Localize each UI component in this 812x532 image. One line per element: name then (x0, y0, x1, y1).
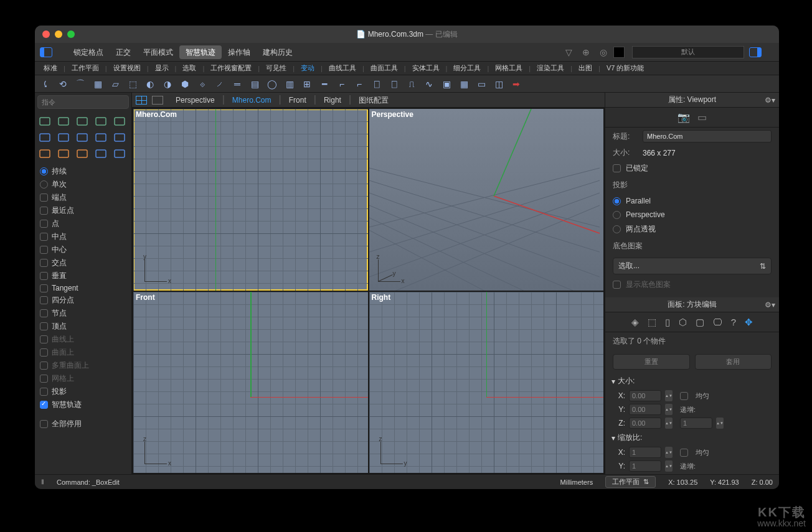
stepper-icon[interactable]: ▲▼ (665, 404, 673, 415)
tab-15[interactable]: V7 的新功能 (600, 62, 651, 75)
snap-item[interactable]: 投影 (35, 385, 131, 398)
viewport-title-input[interactable] (643, 130, 772, 142)
toolbar-btn-16[interactable]: ━ (318, 77, 331, 91)
menu-正交[interactable]: 正交 (110, 45, 137, 59)
close-icon[interactable] (42, 30, 50, 38)
toolbar-btn-13[interactable]: ◯ (265, 77, 279, 91)
move-icon[interactable]: ✥ (745, 317, 753, 328)
menu-建构历史[interactable]: 建构历史 (257, 45, 299, 59)
tab-3[interactable]: 显示 (149, 62, 175, 75)
tab-2[interactable]: 设置视图 (107, 62, 147, 75)
toolbar-btn-8[interactable]: ⬢ (178, 77, 192, 91)
viewport-right[interactable]: Right z y (369, 292, 604, 474)
obj-tool-14[interactable] (111, 146, 128, 161)
monitor-icon[interactable]: 🖵 (713, 317, 722, 327)
vptab-Mhero.Com[interactable]: Mhero.Com (225, 96, 279, 105)
vptab-Perspective[interactable]: Perspective (168, 96, 222, 105)
scale-section[interactable]: ▾ 缩放比: (605, 430, 779, 446)
obj-tool-10[interactable] (36, 146, 54, 161)
obj-tool-12[interactable] (73, 146, 91, 161)
filter-icon[interactable]: ▽ (562, 47, 576, 57)
vptab-Right[interactable]: Right (316, 96, 349, 105)
tab-11[interactable]: 细分工具 (447, 62, 487, 75)
projection-option[interactable]: 两点透视 (605, 222, 779, 237)
cplane-dropdown[interactable]: 工作平面 ⇅ (605, 476, 656, 488)
toolbar-btn-11[interactable]: ═ (230, 77, 244, 91)
toolbar-btn-6[interactable]: ◐ (143, 77, 157, 91)
toolbar-btn-10[interactable]: ⟋ (213, 77, 227, 91)
obj-tool-2[interactable] (73, 114, 91, 129)
tab-6[interactable]: 可见性 (260, 62, 293, 75)
stepper-icon[interactable]: ▲▼ (665, 460, 673, 472)
viewport-front[interactable]: Front z x (133, 292, 368, 474)
snap-item[interactable]: 点 (35, 217, 131, 230)
toolbar-btn-20[interactable]: ⎕ (387, 77, 401, 91)
command-input[interactable]: 指令 (37, 95, 129, 109)
snap-item[interactable]: 节点 (35, 307, 131, 320)
toolbar-btn-17[interactable]: ⌐ (335, 77, 349, 91)
tab-9[interactable]: 曲面工具 (364, 62, 404, 75)
toolbar-btn-7[interactable]: ◑ (161, 77, 174, 91)
snap-item[interactable]: 最近点 (35, 204, 131, 217)
stepper-icon[interactable]: ▲▼ (665, 390, 673, 401)
obj-tool-8[interactable] (92, 130, 110, 145)
size-x-input[interactable] (629, 390, 661, 401)
tab-10[interactable]: 实体工具 (406, 62, 446, 75)
scale-x-input[interactable] (629, 447, 661, 458)
stepper-icon[interactable]: ▲▼ (665, 447, 673, 458)
viewport-mhero[interactable]: Mhero.Com y x (133, 109, 368, 291)
toolbar-btn-9[interactable]: ⟐ (196, 77, 209, 91)
viewport-perspective[interactable]: Perspective (369, 109, 604, 291)
toolbar-btn-2[interactable]: ⌒ (73, 77, 87, 91)
snap-item[interactable]: 网格上 (35, 372, 131, 385)
obj-tool-7[interactable] (73, 130, 91, 145)
tab-0[interactable]: 标准 (37, 62, 64, 75)
uniform-checkbox[interactable] (680, 392, 688, 400)
uniform-checkbox[interactable] (680, 449, 688, 457)
toolbar-btn-24[interactable]: ▦ (457, 77, 471, 91)
snap-item[interactable]: Tangent (35, 282, 131, 294)
scale-y-input[interactable] (629, 460, 661, 472)
circle-plus-icon[interactable]: ⊕ (578, 47, 593, 57)
minimize-icon[interactable] (55, 30, 62, 38)
toolbar-btn-14[interactable]: ▥ (283, 77, 296, 91)
increment-input[interactable] (680, 418, 712, 429)
obj-tool-0[interactable] (36, 114, 54, 129)
tab-7[interactable]: 变动 (295, 62, 321, 75)
arrow-icon[interactable]: ➡ (509, 77, 523, 91)
obj-tool-13[interactable] (92, 146, 110, 161)
layers-icon[interactable]: ◈ (631, 317, 639, 328)
size-section[interactable]: ▾ 大小: (605, 373, 779, 389)
snap-item[interactable]: 中点 (35, 230, 131, 243)
snap-item[interactable]: 顶点 (35, 320, 131, 333)
tab-4[interactable]: 选取 (176, 62, 202, 75)
menu-锁定格点[interactable]: 锁定格点 (67, 45, 110, 59)
snap-item[interactable]: 垂直 (35, 269, 131, 282)
menu-智慧轨迹[interactable]: 智慧轨迹 (179, 45, 222, 59)
gear-icon[interactable]: ⚙▾ (765, 96, 775, 105)
layer-selector[interactable]: 默认 (632, 46, 744, 58)
obj-tool-3[interactable] (92, 114, 110, 129)
toolbar-btn-5[interactable]: ⬚ (126, 77, 139, 91)
toolbar-btn-19[interactable]: ⎕ (370, 77, 384, 91)
snap-item[interactable]: 曲面上 (35, 346, 131, 359)
material-icon[interactable]: ▭ (697, 111, 707, 123)
snap-item[interactable]: 曲线上 (35, 333, 131, 346)
tab-14[interactable]: 出图 (572, 62, 598, 75)
wallpaper-select[interactable]: 选取...⇅ (613, 258, 772, 274)
projection-option[interactable]: Parallel (605, 194, 779, 208)
obj-tool-1[interactable] (55, 114, 72, 129)
snap-item[interactable]: 端点 (35, 191, 131, 204)
cube-icon[interactable]: ⬡ (679, 317, 687, 328)
toolbar-btn-3[interactable]: ▦ (91, 77, 105, 91)
toolbar-btn-25[interactable]: ▭ (474, 77, 488, 91)
snap-item[interactable]: 交点 (35, 256, 131, 269)
box-icon[interactable]: ⬚ (648, 317, 656, 328)
obj-tool-11[interactable] (55, 146, 72, 161)
four-view-icon[interactable] (136, 96, 147, 105)
obj-tool-5[interactable] (36, 130, 54, 145)
size-z-input[interactable] (629, 418, 661, 429)
tab-1[interactable]: 工作平面 (65, 62, 105, 75)
tab-12[interactable]: 网格工具 (489, 62, 529, 75)
obj-tool-9[interactable] (111, 130, 128, 145)
